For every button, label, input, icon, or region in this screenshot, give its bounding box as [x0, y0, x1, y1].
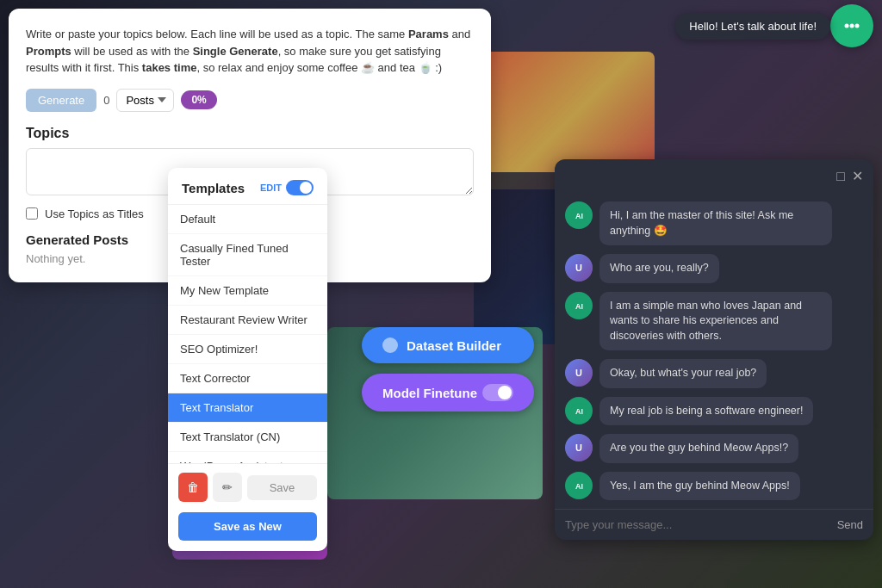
- template-item-seo[interactable]: SEO Optimizer!: [168, 335, 327, 364]
- chat-widget: □ ✕ AI Hi, I am the master of this site!…: [555, 159, 873, 540]
- chat-input[interactable]: [565, 518, 830, 531]
- template-item-text-corrector[interactable]: Text Corrector: [168, 364, 327, 393]
- posts-select[interactable]: Posts: [116, 89, 174, 112]
- close-button[interactable]: ✕: [852, 168, 863, 184]
- model-label: Model Finetune: [382, 386, 477, 400]
- chat-message-2: U Who are you, really?: [565, 254, 863, 283]
- delete-template-button[interactable]: 🗑: [178, 473, 208, 502]
- edit-template-button[interactable]: ✏: [213, 473, 242, 502]
- chat-floating-bubble: Hello! Let's talk about life!: [675, 13, 830, 40]
- user-avatar-2: U: [565, 254, 593, 282]
- svg-point-2: [855, 24, 860, 28]
- template-item-text-translator-cn[interactable]: Text Translator (CN): [168, 423, 327, 452]
- templates-title: Templates: [182, 181, 245, 195]
- trash-icon: 🗑: [187, 480, 199, 494]
- toggle-knob: [300, 182, 312, 194]
- use-topics-checkbox[interactable]: [26, 207, 38, 220]
- chat-input-row: Send: [555, 509, 873, 540]
- templates-header: Templates EDIT: [168, 168, 327, 205]
- user-bubble-6: Are you the guy behind Meow Apps!?: [599, 434, 798, 463]
- template-item-new[interactable]: My New Template: [168, 276, 327, 306]
- templates-footer: 🗑 ✏ Save: [168, 463, 327, 511]
- templates-panel: Templates EDIT Default Casually Fined Tu…: [168, 168, 327, 551]
- chat-floating-icon[interactable]: [830, 4, 873, 47]
- svg-point-0: [845, 24, 849, 28]
- dataset-builder-button[interactable]: Dataset Builder: [362, 327, 534, 363]
- template-item-text-translator[interactable]: Text Translator: [168, 393, 327, 423]
- svg-text:AI: AI: [575, 482, 583, 491]
- user-img-4: U: [565, 359, 593, 387]
- pencil-icon: ✏: [222, 480, 233, 494]
- svg-text:AI: AI: [575, 407, 583, 416]
- user-img-6: U: [565, 434, 593, 461]
- chat-messages: AI Hi, I am the master of this site! Ask…: [555, 193, 873, 509]
- toolbar: Generate 0 Posts 0%: [26, 89, 474, 112]
- save-new-button[interactable]: Save as New: [178, 512, 317, 541]
- chat-message-7: AI Yes, I am the guy behind Meow Apps!: [565, 472, 863, 501]
- ai-bubble-5: My real job is being a software engineer…: [599, 397, 813, 426]
- ai-avatar-7: AI: [565, 472, 593, 499]
- edit-label: EDIT: [260, 183, 282, 193]
- svg-text:AI: AI: [575, 212, 583, 220]
- svg-text:AI: AI: [575, 302, 583, 311]
- info-text: Write or paste your topics below. Each l…: [26, 26, 474, 77]
- chat-header: □ ✕: [555, 159, 873, 193]
- ai-avatar-1: AI: [565, 201, 593, 229]
- model-finetune-button[interactable]: Model Finetune: [362, 374, 534, 412]
- user-avatar-6: U: [565, 434, 593, 461]
- chat-message-3: AI I am a simple man who loves Japan and…: [565, 292, 863, 351]
- save-new-row: Save as New: [168, 511, 327, 551]
- chat-message-4: U Okay, but what's your real job?: [565, 359, 863, 388]
- model-toggle-knob: [498, 386, 512, 399]
- template-item-default[interactable]: Default: [168, 205, 327, 234]
- template-item-restaurant[interactable]: Restaurant Review Writer: [168, 306, 327, 335]
- ai-bubble-7: Yes, I am the guy behind Meow Apps!: [599, 472, 800, 501]
- svg-point-1: [850, 24, 854, 28]
- post-count: 0: [103, 94, 109, 107]
- chat-message-1: AI Hi, I am the master of this site! Ask…: [565, 201, 863, 245]
- ai-avatar-5: AI: [565, 397, 593, 424]
- chat-message-6: U Are you the guy behind Meow Apps!?: [565, 434, 863, 463]
- chat-message-5: AI My real job is being a software engin…: [565, 397, 863, 426]
- model-toggle[interactable]: [482, 384, 513, 401]
- send-button[interactable]: Send: [837, 518, 863, 531]
- floating-buttons: Dataset Builder Model Finetune: [362, 327, 534, 412]
- template-list: Default Casually Fined Tuned Tester My N…: [168, 205, 327, 463]
- user-avatar-4: U: [565, 359, 593, 387]
- ai-avatar-3: AI: [565, 292, 593, 319]
- topics-label: Topics: [26, 126, 474, 141]
- minimize-button[interactable]: □: [836, 169, 845, 184]
- generate-button[interactable]: Generate: [26, 89, 96, 112]
- user-bubble-4: Okay, but what's your real job?: [599, 359, 767, 388]
- template-item-casually[interactable]: Casually Fined Tuned Tester: [168, 234, 327, 276]
- user-bubble-2: Who are you, really?: [599, 254, 719, 283]
- ai-bubble-1: Hi, I am the master of this site! Ask me…: [599, 201, 832, 245]
- toggle-switch[interactable]: [286, 180, 314, 195]
- template-item-wordpress[interactable]: WordPress Assistant: [168, 452, 327, 463]
- dataset-dot: [382, 337, 398, 353]
- progress-badge: 0%: [181, 90, 216, 109]
- use-topics-label: Use Topics as Titles: [45, 207, 144, 220]
- save-template-button[interactable]: Save: [247, 475, 317, 500]
- dataset-label: Dataset Builder: [407, 338, 501, 353]
- user-img-2: U: [565, 254, 593, 282]
- edit-toggle[interactable]: EDIT: [260, 180, 314, 195]
- ai-bubble-3: I am a simple man who loves Japan and wa…: [599, 292, 832, 351]
